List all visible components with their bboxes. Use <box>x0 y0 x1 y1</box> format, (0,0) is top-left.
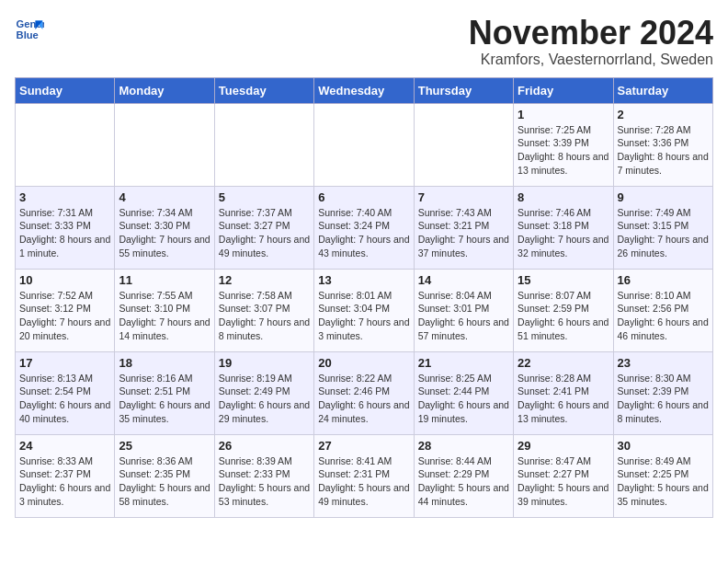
day-info: Sunrise: 7:28 AM Sunset: 3:36 PM Dayligh… <box>618 123 709 178</box>
calendar-cell: 16Sunrise: 8:10 AM Sunset: 2:56 PM Dayli… <box>613 269 712 351</box>
day-number: 5 <box>219 190 310 204</box>
day-info: Sunrise: 7:37 AM Sunset: 3:27 PM Dayligh… <box>219 206 310 260</box>
col-header-tuesday: Tuesday <box>214 77 313 103</box>
day-info: Sunrise: 8:19 AM Sunset: 2:49 PM Dayligh… <box>219 372 310 426</box>
week-row-2: 3Sunrise: 7:31 AM Sunset: 3:33 PM Daylig… <box>16 186 713 269</box>
day-number: 9 <box>618 190 709 204</box>
day-info: Sunrise: 7:46 AM Sunset: 3:18 PM Dayligh… <box>518 206 609 260</box>
day-info: Sunrise: 8:25 AM Sunset: 2:44 PM Dayligh… <box>418 372 509 426</box>
day-info: Sunrise: 8:01 AM Sunset: 3:04 PM Dayligh… <box>318 289 409 343</box>
calendar-cell: 1Sunrise: 7:25 AM Sunset: 3:39 PM Daylig… <box>514 103 613 186</box>
day-number: 4 <box>119 190 210 204</box>
day-info: Sunrise: 7:58 AM Sunset: 3:07 PM Dayligh… <box>219 289 310 343</box>
calendar-cell: 5Sunrise: 7:37 AM Sunset: 3:27 PM Daylig… <box>214 186 313 269</box>
calendar-cell: 9Sunrise: 7:49 AM Sunset: 3:15 PM Daylig… <box>613 186 712 269</box>
calendar-cell: 18Sunrise: 8:16 AM Sunset: 2:51 PM Dayli… <box>115 351 214 434</box>
day-info: Sunrise: 8:44 AM Sunset: 2:29 PM Dayligh… <box>418 454 509 509</box>
calendar-cell: 25Sunrise: 8:36 AM Sunset: 2:35 PM Dayli… <box>115 434 214 517</box>
calendar-cell: 30Sunrise: 8:49 AM Sunset: 2:25 PM Dayli… <box>613 434 712 517</box>
calendar-cell: 26Sunrise: 8:39 AM Sunset: 2:33 PM Dayli… <box>214 434 313 517</box>
logo-icon: General Blue <box>15 15 44 44</box>
day-number: 8 <box>518 190 609 204</box>
day-info: Sunrise: 8:36 AM Sunset: 2:35 PM Dayligh… <box>119 454 210 509</box>
day-number: 26 <box>219 439 310 453</box>
day-number: 25 <box>119 439 210 453</box>
calendar-cell: 6Sunrise: 7:40 AM Sunset: 3:24 PM Daylig… <box>314 186 414 269</box>
month-title: November 2024 <box>469 15 713 52</box>
day-number: 12 <box>219 273 310 287</box>
day-info: Sunrise: 8:30 AM Sunset: 2:39 PM Dayligh… <box>618 372 709 426</box>
day-number: 29 <box>518 439 609 453</box>
day-number: 18 <box>119 356 210 370</box>
week-row-5: 24Sunrise: 8:33 AM Sunset: 2:37 PM Dayli… <box>16 434 713 517</box>
day-info: Sunrise: 8:39 AM Sunset: 2:33 PM Dayligh… <box>219 454 310 509</box>
day-info: Sunrise: 7:40 AM Sunset: 3:24 PM Dayligh… <box>318 206 409 260</box>
calendar-body: 1Sunrise: 7:25 AM Sunset: 3:39 PM Daylig… <box>16 103 713 517</box>
calendar-cell <box>314 103 414 186</box>
calendar-cell: 29Sunrise: 8:47 AM Sunset: 2:27 PM Dayli… <box>514 434 613 517</box>
title-area: November 2024 Kramfors, Vaesternorrland,… <box>469 15 713 68</box>
calendar-cell: 23Sunrise: 8:30 AM Sunset: 2:39 PM Dayli… <box>613 351 712 434</box>
calendar-cell <box>414 103 513 186</box>
calendar-cell <box>214 103 313 186</box>
calendar-cell: 8Sunrise: 7:46 AM Sunset: 3:18 PM Daylig… <box>514 186 613 269</box>
calendar-cell: 15Sunrise: 8:07 AM Sunset: 2:59 PM Dayli… <box>514 269 613 351</box>
day-number: 2 <box>618 108 709 121</box>
day-number: 11 <box>119 273 210 287</box>
day-info: Sunrise: 8:49 AM Sunset: 2:25 PM Dayligh… <box>618 454 709 509</box>
calendar-cell: 28Sunrise: 8:44 AM Sunset: 2:29 PM Dayli… <box>414 434 513 517</box>
day-info: Sunrise: 8:16 AM Sunset: 2:51 PM Dayligh… <box>119 372 210 426</box>
day-number: 27 <box>318 439 409 453</box>
day-info: Sunrise: 8:13 AM Sunset: 2:54 PM Dayligh… <box>19 372 110 426</box>
day-info: Sunrise: 8:22 AM Sunset: 2:46 PM Dayligh… <box>318 372 409 426</box>
calendar-cell: 20Sunrise: 8:22 AM Sunset: 2:46 PM Dayli… <box>314 351 414 434</box>
day-info: Sunrise: 8:33 AM Sunset: 2:37 PM Dayligh… <box>19 454 110 509</box>
col-header-monday: Monday <box>115 77 214 103</box>
day-info: Sunrise: 7:52 AM Sunset: 3:12 PM Dayligh… <box>19 289 110 343</box>
day-number: 24 <box>19 439 110 453</box>
day-info: Sunrise: 8:04 AM Sunset: 3:01 PM Dayligh… <box>418 289 509 343</box>
calendar-cell: 21Sunrise: 8:25 AM Sunset: 2:44 PM Dayli… <box>414 351 513 434</box>
subtitle: Kramfors, Vaesternorrland, Sweden <box>469 52 713 68</box>
day-number: 3 <box>19 190 110 204</box>
day-number: 17 <box>19 356 110 370</box>
day-info: Sunrise: 7:25 AM Sunset: 3:39 PM Dayligh… <box>518 123 609 178</box>
day-number: 21 <box>418 356 509 370</box>
calendar-cell: 4Sunrise: 7:34 AM Sunset: 3:30 PM Daylig… <box>115 186 214 269</box>
calendar-cell: 2Sunrise: 7:28 AM Sunset: 3:36 PM Daylig… <box>613 103 712 186</box>
day-info: Sunrise: 7:49 AM Sunset: 3:15 PM Dayligh… <box>618 206 709 260</box>
calendar-cell: 10Sunrise: 7:52 AM Sunset: 3:12 PM Dayli… <box>16 269 115 351</box>
logo: General Blue <box>15 15 44 44</box>
day-number: 10 <box>19 273 110 287</box>
week-row-4: 17Sunrise: 8:13 AM Sunset: 2:54 PM Dayli… <box>16 351 713 434</box>
day-number: 20 <box>318 356 409 370</box>
calendar-cell: 24Sunrise: 8:33 AM Sunset: 2:37 PM Dayli… <box>16 434 115 517</box>
day-info: Sunrise: 8:10 AM Sunset: 2:56 PM Dayligh… <box>618 289 709 343</box>
day-number: 1 <box>518 108 609 121</box>
calendar-cell: 11Sunrise: 7:55 AM Sunset: 3:10 PM Dayli… <box>115 269 214 351</box>
calendar-cell: 3Sunrise: 7:31 AM Sunset: 3:33 PM Daylig… <box>16 186 115 269</box>
calendar-header-row: SundayMondayTuesdayWednesdayThursdayFrid… <box>16 77 713 103</box>
calendar-cell: 22Sunrise: 8:28 AM Sunset: 2:41 PM Dayli… <box>514 351 613 434</box>
day-info: Sunrise: 8:41 AM Sunset: 2:31 PM Dayligh… <box>318 454 409 509</box>
calendar-cell <box>16 103 115 186</box>
day-number: 23 <box>618 356 709 370</box>
col-header-thursday: Thursday <box>414 77 513 103</box>
col-header-friday: Friday <box>514 77 613 103</box>
calendar-cell: 19Sunrise: 8:19 AM Sunset: 2:49 PM Dayli… <box>214 351 313 434</box>
day-info: Sunrise: 8:07 AM Sunset: 2:59 PM Dayligh… <box>518 289 609 343</box>
day-number: 30 <box>618 439 709 453</box>
day-number: 6 <box>318 190 409 204</box>
day-info: Sunrise: 7:55 AM Sunset: 3:10 PM Dayligh… <box>119 289 210 343</box>
svg-text:Blue: Blue <box>17 29 39 40</box>
day-number: 13 <box>318 273 409 287</box>
day-info: Sunrise: 7:34 AM Sunset: 3:30 PM Dayligh… <box>119 206 210 260</box>
col-header-sunday: Sunday <box>16 77 115 103</box>
calendar-cell: 17Sunrise: 8:13 AM Sunset: 2:54 PM Dayli… <box>16 351 115 434</box>
day-info: Sunrise: 7:43 AM Sunset: 3:21 PM Dayligh… <box>418 206 509 260</box>
calendar-cell: 14Sunrise: 8:04 AM Sunset: 3:01 PM Dayli… <box>414 269 513 351</box>
day-info: Sunrise: 8:47 AM Sunset: 2:27 PM Dayligh… <box>518 454 609 509</box>
calendar-cell <box>115 103 214 186</box>
calendar-cell: 7Sunrise: 7:43 AM Sunset: 3:21 PM Daylig… <box>414 186 513 269</box>
col-header-saturday: Saturday <box>613 77 712 103</box>
